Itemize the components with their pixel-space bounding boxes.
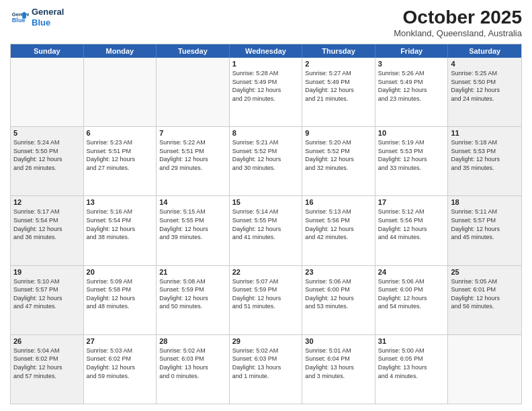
calendar-empty-cell (11, 58, 84, 126)
day-number: 17 (378, 198, 445, 206)
calendar-day-12: 12Sunrise: 5:17 AM Sunset: 5:54 PM Dayli… (11, 196, 84, 265)
calendar-day-18: 18Sunrise: 5:11 AM Sunset: 5:57 PM Dayli… (448, 196, 521, 265)
day-info: Sunrise: 5:24 AM Sunset: 5:50 PM Dayligh… (13, 138, 81, 172)
weekday-header-friday: Friday (375, 44, 449, 58)
day-number: 10 (378, 129, 445, 137)
logo: General Blue General Blue (10, 7, 64, 28)
calendar-day-11: 11Sunrise: 5:18 AM Sunset: 5:53 PM Dayli… (448, 127, 521, 195)
day-number: 5 (13, 129, 81, 137)
calendar-day-8: 8Sunrise: 5:21 AM Sunset: 5:52 PM Daylig… (230, 127, 303, 195)
day-info: Sunrise: 5:00 AM Sunset: 6:05 PM Dayligh… (378, 347, 445, 380)
calendar-day-7: 7Sunrise: 5:22 AM Sunset: 5:51 PM Daylig… (157, 127, 230, 195)
calendar-day-25: 25Sunrise: 5:05 AM Sunset: 6:01 PM Dayli… (448, 266, 521, 334)
logo-line1: General (32, 7, 64, 17)
day-info: Sunrise: 5:25 AM Sunset: 5:50 PM Dayligh… (451, 69, 519, 103)
day-number: 18 (451, 198, 519, 206)
day-number: 15 (232, 198, 300, 206)
day-info: Sunrise: 5:06 AM Sunset: 6:00 PM Dayligh… (305, 277, 372, 311)
calendar-day-16: 16Sunrise: 5:13 AM Sunset: 5:56 PM Dayli… (302, 196, 375, 265)
day-info: Sunrise: 5:21 AM Sunset: 5:52 PM Dayligh… (232, 138, 300, 172)
day-info: Sunrise: 5:20 AM Sunset: 5:52 PM Dayligh… (305, 138, 372, 172)
day-info: Sunrise: 5:09 AM Sunset: 5:58 PM Dayligh… (87, 277, 154, 311)
calendar-row-4: 26Sunrise: 5:04 AM Sunset: 6:02 PM Dayli… (11, 334, 521, 404)
day-number: 2 (305, 60, 372, 68)
logo-text: General Blue (32, 7, 64, 28)
subtitle: Monkland, Queensland, Australia (394, 28, 522, 38)
day-number: 21 (159, 268, 226, 276)
day-info: Sunrise: 5:11 AM Sunset: 5:57 PM Dayligh… (451, 208, 519, 241)
calendar-day-2: 2Sunrise: 5:27 AM Sunset: 5:49 PM Daylig… (302, 58, 375, 126)
day-number: 20 (87, 268, 154, 276)
day-info: Sunrise: 5:01 AM Sunset: 6:04 PM Dayligh… (305, 347, 372, 380)
day-number: 8 (232, 129, 300, 137)
day-info: Sunrise: 5:08 AM Sunset: 5:59 PM Dayligh… (159, 277, 226, 311)
calendar-empty-cell (157, 58, 230, 126)
day-number: 24 (378, 268, 445, 276)
calendar-day-26: 26Sunrise: 5:04 AM Sunset: 6:02 PM Dayli… (11, 335, 84, 404)
calendar: SundayMondayTuesdayWednesdayThursdayFrid… (10, 44, 522, 404)
day-number: 28 (159, 337, 226, 345)
day-info: Sunrise: 5:14 AM Sunset: 5:55 PM Dayligh… (232, 208, 300, 241)
day-info: Sunrise: 5:10 AM Sunset: 5:57 PM Dayligh… (13, 277, 81, 311)
day-info: Sunrise: 5:27 AM Sunset: 5:49 PM Dayligh… (305, 69, 372, 103)
calendar-day-4: 4Sunrise: 5:25 AM Sunset: 5:50 PM Daylig… (448, 58, 521, 126)
calendar-day-1: 1Sunrise: 5:28 AM Sunset: 5:49 PM Daylig… (230, 58, 303, 126)
day-number: 3 (378, 60, 445, 68)
day-number: 13 (87, 198, 154, 206)
day-number: 4 (451, 60, 519, 68)
day-info: Sunrise: 5:04 AM Sunset: 6:02 PM Dayligh… (13, 347, 81, 380)
calendar-day-10: 10Sunrise: 5:19 AM Sunset: 5:53 PM Dayli… (375, 127, 449, 195)
day-number: 25 (451, 268, 519, 276)
calendar-empty-cell (84, 58, 157, 126)
day-info: Sunrise: 5:13 AM Sunset: 5:56 PM Dayligh… (305, 208, 372, 241)
day-number: 27 (87, 337, 154, 345)
day-number: 29 (232, 337, 300, 345)
calendar-day-5: 5Sunrise: 5:24 AM Sunset: 5:50 PM Daylig… (11, 127, 84, 195)
day-info: Sunrise: 5:28 AM Sunset: 5:49 PM Dayligh… (232, 69, 300, 103)
day-info: Sunrise: 5:16 AM Sunset: 5:54 PM Dayligh… (87, 208, 154, 241)
day-info: Sunrise: 5:02 AM Sunset: 6:03 PM Dayligh… (159, 347, 226, 380)
calendar-header: SundayMondayTuesdayWednesdayThursdayFrid… (11, 44, 521, 58)
day-number: 16 (305, 198, 372, 206)
day-info: Sunrise: 5:06 AM Sunset: 6:00 PM Dayligh… (378, 277, 445, 311)
calendar-day-29: 29Sunrise: 5:02 AM Sunset: 6:03 PM Dayli… (230, 335, 303, 404)
day-number: 1 (232, 60, 300, 68)
weekday-header-wednesday: Wednesday (230, 44, 303, 58)
day-info: Sunrise: 5:23 AM Sunset: 5:51 PM Dayligh… (87, 138, 154, 172)
day-info: Sunrise: 5:05 AM Sunset: 6:01 PM Dayligh… (451, 277, 519, 311)
day-number: 26 (13, 337, 81, 345)
title-block: October 2025 Monkland, Queensland, Austr… (394, 7, 522, 38)
weekday-header-sunday: Sunday (11, 44, 84, 58)
calendar-day-28: 28Sunrise: 5:02 AM Sunset: 6:03 PM Dayli… (157, 335, 230, 404)
calendar-day-9: 9Sunrise: 5:20 AM Sunset: 5:52 PM Daylig… (302, 127, 375, 195)
weekday-header-thursday: Thursday (302, 44, 375, 58)
calendar-day-14: 14Sunrise: 5:15 AM Sunset: 5:55 PM Dayli… (157, 196, 230, 265)
day-info: Sunrise: 5:26 AM Sunset: 5:49 PM Dayligh… (378, 69, 445, 103)
calendar-day-6: 6Sunrise: 5:23 AM Sunset: 5:51 PM Daylig… (84, 127, 157, 195)
calendar-empty-cell (448, 335, 521, 404)
day-info: Sunrise: 5:12 AM Sunset: 5:56 PM Dayligh… (378, 208, 445, 241)
calendar-body: 1Sunrise: 5:28 AM Sunset: 5:49 PM Daylig… (11, 58, 521, 404)
calendar-day-19: 19Sunrise: 5:10 AM Sunset: 5:57 PM Dayli… (11, 266, 84, 334)
day-info: Sunrise: 5:03 AM Sunset: 6:02 PM Dayligh… (87, 347, 154, 380)
month-title: October 2025 (394, 7, 522, 28)
day-info: Sunrise: 5:15 AM Sunset: 5:55 PM Dayligh… (159, 208, 226, 241)
calendar-row-3: 19Sunrise: 5:10 AM Sunset: 5:57 PM Dayli… (11, 265, 521, 334)
day-info: Sunrise: 5:07 AM Sunset: 5:59 PM Dayligh… (232, 277, 300, 311)
day-number: 12 (13, 198, 81, 206)
calendar-day-15: 15Sunrise: 5:14 AM Sunset: 5:55 PM Dayli… (230, 196, 303, 265)
day-number: 14 (159, 198, 226, 206)
calendar-row-0: 1Sunrise: 5:28 AM Sunset: 5:49 PM Daylig… (11, 58, 521, 126)
calendar-day-31: 31Sunrise: 5:00 AM Sunset: 6:05 PM Dayli… (375, 335, 449, 404)
calendar-day-17: 17Sunrise: 5:12 AM Sunset: 5:56 PM Dayli… (375, 196, 449, 265)
day-info: Sunrise: 5:19 AM Sunset: 5:53 PM Dayligh… (378, 138, 445, 172)
calendar-day-23: 23Sunrise: 5:06 AM Sunset: 6:00 PM Dayli… (302, 266, 375, 334)
calendar-row-1: 5Sunrise: 5:24 AM Sunset: 5:50 PM Daylig… (11, 126, 521, 195)
calendar-day-30: 30Sunrise: 5:01 AM Sunset: 6:04 PM Dayli… (302, 335, 375, 404)
calendar-day-21: 21Sunrise: 5:08 AM Sunset: 5:59 PM Dayli… (157, 266, 230, 334)
day-info: Sunrise: 5:02 AM Sunset: 6:03 PM Dayligh… (232, 347, 300, 380)
calendar-day-22: 22Sunrise: 5:07 AM Sunset: 5:59 PM Dayli… (230, 266, 303, 334)
calendar-day-3: 3Sunrise: 5:26 AM Sunset: 5:49 PM Daylig… (375, 58, 449, 126)
day-number: 23 (305, 268, 372, 276)
calendar-day-20: 20Sunrise: 5:09 AM Sunset: 5:58 PM Dayli… (84, 266, 157, 334)
